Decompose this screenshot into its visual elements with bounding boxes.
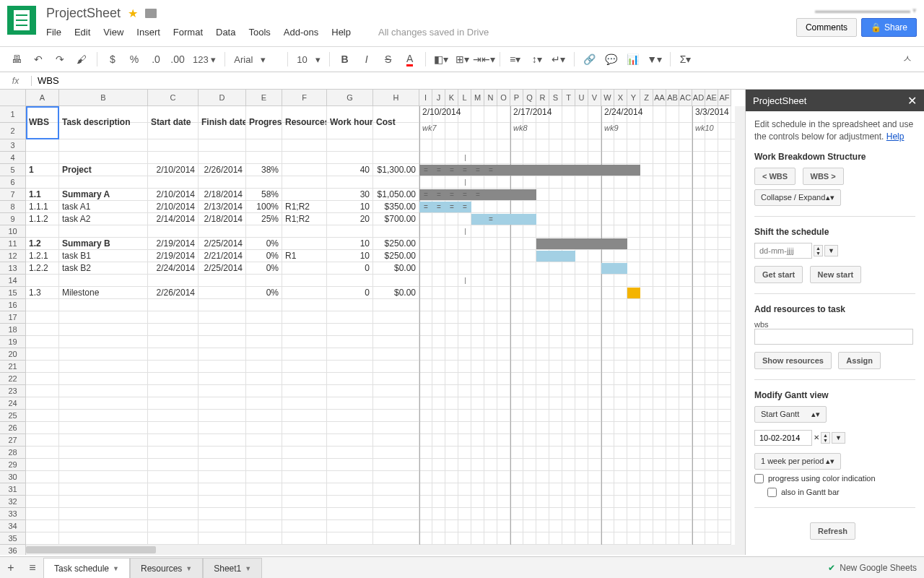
- col-header[interactable]: T: [562, 90, 575, 106]
- sheet-tab[interactable]: Task schedule▼: [43, 558, 130, 578]
- period-select[interactable]: 1 week per period▴▾: [754, 453, 841, 470]
- row-header[interactable]: 30: [0, 471, 26, 483]
- col-header[interactable]: Y: [627, 90, 640, 106]
- data-cell[interactable]: Summary A: [59, 189, 148, 201]
- all-sheets-button[interactable]: ≡: [22, 557, 43, 579]
- data-cell[interactable]: $0.00: [373, 287, 419, 299]
- filter-icon[interactable]: ▼▾: [645, 50, 664, 69]
- folder-icon[interactable]: [145, 9, 157, 18]
- data-cell[interactable]: 2/26/2014: [199, 164, 246, 176]
- data-cell[interactable]: [282, 164, 327, 176]
- col-header[interactable]: AB: [666, 90, 679, 106]
- col-header[interactable]: F: [282, 90, 327, 106]
- show-resources-button[interactable]: Show resources: [754, 352, 832, 369]
- row-header[interactable]: 5: [0, 164, 26, 176]
- row-header[interactable]: 2: [0, 123, 26, 139]
- wbs-prev-button[interactable]: < WBS: [754, 168, 796, 185]
- gantt-date-input[interactable]: [754, 430, 812, 446]
- data-cell[interactable]: 2/24/2014: [148, 262, 199, 275]
- forscale-link[interactable]: Forscale: [871, 554, 898, 555]
- menu-view[interactable]: View: [103, 27, 123, 38]
- menu-help[interactable]: Help: [331, 27, 351, 38]
- data-cell[interactable]: 1.2.1: [26, 250, 59, 262]
- data-cell[interactable]: 2/10/2014: [148, 164, 199, 176]
- col-header[interactable]: A: [26, 90, 59, 106]
- row-header[interactable]: 24: [0, 397, 26, 410]
- row-header[interactable]: 13: [0, 262, 26, 275]
- col-header[interactable]: R: [536, 90, 549, 106]
- data-cell[interactable]: 0%: [246, 250, 282, 262]
- new-start-button[interactable]: New start: [810, 266, 862, 283]
- row-header[interactable]: 12: [0, 250, 26, 262]
- new-sheets-label[interactable]: New Google Sheets: [840, 563, 917, 573]
- col-header[interactable]: O: [497, 90, 510, 106]
- row-header[interactable]: 19: [0, 336, 26, 348]
- comment-icon[interactable]: 💬: [602, 50, 621, 69]
- row-header[interactable]: 33: [0, 508, 26, 520]
- data-cell[interactable]: 0: [327, 287, 373, 299]
- col-header[interactable]: S: [549, 90, 562, 106]
- data-cell[interactable]: 10: [327, 250, 373, 262]
- col-header[interactable]: W: [601, 90, 614, 106]
- assign-button[interactable]: Assign: [838, 352, 881, 369]
- row-header[interactable]: 3: [0, 139, 26, 152]
- data-cell[interactable]: 2/18/2014: [199, 213, 246, 225]
- row-header[interactable]: 7: [0, 189, 26, 201]
- sheets-logo[interactable]: [7, 6, 36, 35]
- fx-icon[interactable]: fx: [0, 76, 32, 86]
- horizontal-scrollbar[interactable]: [26, 545, 745, 555]
- data-cell[interactable]: 2/14/2014: [148, 213, 199, 225]
- data-cell[interactable]: 1.2.2: [26, 262, 59, 275]
- col-header[interactable]: C: [148, 90, 199, 106]
- data-cell[interactable]: [282, 262, 327, 275]
- data-cell[interactable]: 2/10/2014: [148, 201, 199, 213]
- data-cell[interactable]: R1;R2: [282, 213, 327, 225]
- data-cell[interactable]: 10: [327, 201, 373, 213]
- row-header[interactable]: 36: [0, 545, 26, 555]
- valign-icon[interactable]: ↕▾: [528, 50, 546, 69]
- row-header[interactable]: 27: [0, 434, 26, 447]
- data-cell[interactable]: 1.1.1: [26, 201, 59, 213]
- row-header[interactable]: 29: [0, 459, 26, 471]
- col-header[interactable]: AD: [692, 90, 705, 106]
- col-header[interactable]: J: [432, 90, 445, 106]
- data-cell[interactable]: 2/13/2014: [199, 201, 246, 213]
- refresh-button[interactable]: Refresh: [810, 522, 855, 540]
- menu-data[interactable]: Data: [216, 27, 235, 38]
- menu-edit[interactable]: Edit: [74, 27, 90, 38]
- sheet-tab[interactable]: Sheet1▼: [203, 558, 262, 578]
- user-email[interactable]: ▬▬▬▬▬▬▬▬▬▬▬▬ ▾: [815, 6, 917, 15]
- data-cell[interactable]: R1: [282, 250, 327, 262]
- menu-addons[interactable]: Add-ons: [284, 27, 318, 38]
- col-header[interactable]: G: [327, 90, 373, 106]
- col-header[interactable]: AF: [718, 90, 731, 106]
- wbs-input[interactable]: [754, 329, 913, 345]
- column-title[interactable]: Cost: [373, 106, 419, 139]
- col-header[interactable]: Z: [640, 90, 653, 106]
- gantt-date-spinner[interactable]: ▲▼: [821, 432, 830, 444]
- col-header[interactable]: Q: [523, 90, 536, 106]
- get-start-button[interactable]: Get start: [754, 266, 803, 283]
- strikethrough-icon[interactable]: S: [379, 50, 398, 69]
- data-cell[interactable]: Summary B: [59, 238, 148, 250]
- col-header[interactable]: M: [471, 90, 484, 106]
- col-header[interactable]: K: [445, 90, 458, 106]
- currency-icon[interactable]: $: [103, 50, 122, 69]
- data-cell[interactable]: [282, 287, 327, 299]
- data-cell[interactable]: 1.3: [26, 287, 59, 299]
- data-cell[interactable]: [282, 189, 327, 201]
- link-icon[interactable]: 🔗: [580, 50, 599, 69]
- col-header[interactable]: H: [373, 90, 419, 106]
- row-header[interactable]: 10: [0, 225, 26, 238]
- data-cell[interactable]: 2/25/2014: [199, 262, 246, 275]
- menu-tools[interactable]: Tools: [248, 27, 270, 38]
- collapse-toolbar-icon[interactable]: ㅅ: [898, 50, 917, 69]
- merge-icon[interactable]: ⇥⇤▾: [475, 50, 494, 69]
- data-cell[interactable]: task A1: [59, 201, 148, 213]
- star-icon[interactable]: ★: [128, 7, 138, 20]
- col-header[interactable]: V: [588, 90, 601, 106]
- percent-icon[interactable]: %: [125, 50, 144, 69]
- gantt-date-dropdown[interactable]: ▼: [832, 432, 845, 444]
- data-cell[interactable]: 1.2: [26, 238, 59, 250]
- italic-icon[interactable]: I: [357, 50, 376, 69]
